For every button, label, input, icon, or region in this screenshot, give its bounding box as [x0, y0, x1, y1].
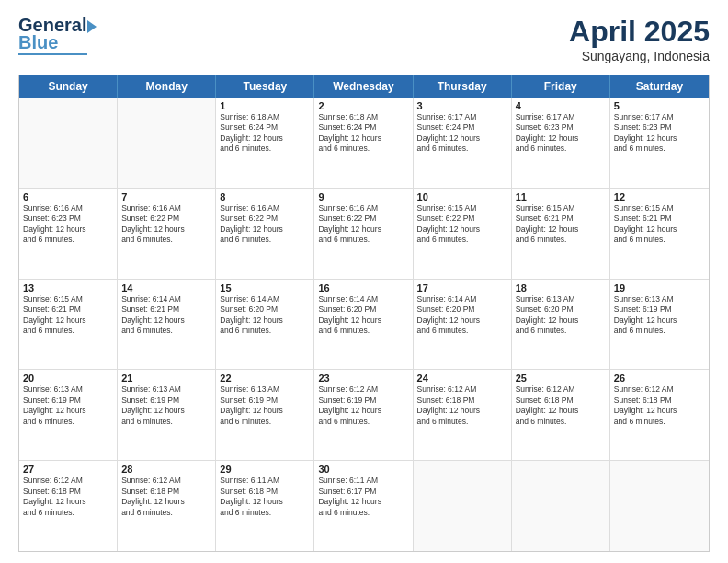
cell-info: Sunrise: 6:13 AM Sunset: 6:20 PM Dayligh…: [516, 294, 606, 337]
calendar-cell: 21Sunrise: 6:13 AM Sunset: 6:19 PM Dayli…: [118, 370, 216, 460]
calendar-cell: 18Sunrise: 6:13 AM Sunset: 6:20 PM Dayli…: [512, 280, 610, 370]
calendar-cell: [512, 461, 610, 551]
cell-info: Sunrise: 6:14 AM Sunset: 6:20 PM Dayligh…: [417, 294, 507, 337]
calendar-row-2: 13Sunrise: 6:15 AM Sunset: 6:21 PM Dayli…: [19, 280, 709, 371]
day-number: 3: [417, 100, 507, 111]
day-number: 29: [220, 464, 310, 475]
header-day-tuesday: Tuesday: [216, 75, 314, 98]
cell-info: Sunrise: 6:17 AM Sunset: 6:24 PM Dayligh…: [417, 112, 507, 155]
day-number: 28: [121, 464, 211, 475]
header-day-sunday: Sunday: [19, 75, 118, 98]
calendar-cell: 8Sunrise: 6:16 AM Sunset: 6:22 PM Daylig…: [216, 189, 314, 279]
calendar-cell: 26Sunrise: 6:12 AM Sunset: 6:18 PM Dayli…: [610, 370, 709, 460]
calendar-row-0: 1Sunrise: 6:18 AM Sunset: 6:24 PM Daylig…: [19, 98, 709, 189]
cell-info: Sunrise: 6:12 AM Sunset: 6:18 PM Dayligh…: [23, 476, 113, 518]
day-number: 16: [318, 282, 408, 293]
calendar-cell: 30Sunrise: 6:11 AM Sunset: 6:17 PM Dayli…: [314, 461, 413, 551]
day-number: 27: [23, 464, 113, 475]
calendar-cell: 6Sunrise: 6:16 AM Sunset: 6:23 PM Daylig…: [19, 189, 118, 279]
cell-info: Sunrise: 6:12 AM Sunset: 6:18 PM Dayligh…: [516, 385, 606, 427]
calendar-cell: 7Sunrise: 6:16 AM Sunset: 6:22 PM Daylig…: [118, 189, 216, 279]
day-number: 15: [220, 282, 310, 293]
day-number: 21: [121, 373, 211, 384]
header-day-wednesday: Wednesday: [314, 75, 413, 98]
day-number: 6: [23, 191, 113, 202]
day-number: 20: [23, 373, 113, 384]
cell-info: Sunrise: 6:12 AM Sunset: 6:18 PM Dayligh…: [614, 385, 705, 427]
cell-info: Sunrise: 6:12 AM Sunset: 6:19 PM Dayligh…: [318, 385, 408, 427]
cell-info: Sunrise: 6:12 AM Sunset: 6:18 PM Dayligh…: [121, 476, 211, 518]
calendar-cell: 24Sunrise: 6:12 AM Sunset: 6:18 PM Dayli…: [414, 370, 512, 460]
calendar-row-1: 6Sunrise: 6:16 AM Sunset: 6:23 PM Daylig…: [19, 189, 709, 280]
calendar-cell: 10Sunrise: 6:15 AM Sunset: 6:22 PM Dayli…: [414, 189, 512, 279]
cell-info: Sunrise: 6:15 AM Sunset: 6:22 PM Dayligh…: [417, 203, 507, 246]
cell-info: Sunrise: 6:18 AM Sunset: 6:24 PM Dayligh…: [318, 112, 408, 155]
calendar-header: SundayMondayTuesdayWednesdayThursdayFrid…: [19, 75, 709, 98]
calendar-cell: 25Sunrise: 6:12 AM Sunset: 6:18 PM Dayli…: [512, 370, 610, 460]
day-number: 26: [614, 373, 705, 384]
logo-arrow-icon: [87, 20, 97, 33]
cell-info: Sunrise: 6:11 AM Sunset: 6:18 PM Dayligh…: [220, 476, 310, 518]
calendar-cell: 20Sunrise: 6:13 AM Sunset: 6:19 PM Dayli…: [19, 370, 118, 460]
day-number: 19: [614, 282, 705, 293]
day-number: 14: [121, 282, 211, 293]
day-number: 30: [318, 464, 408, 475]
calendar-cell: 13Sunrise: 6:15 AM Sunset: 6:21 PM Dayli…: [19, 280, 118, 370]
logo-blue: Blue: [18, 33, 58, 52]
logo: General Blue: [18, 15, 97, 55]
calendar-row-3: 20Sunrise: 6:13 AM Sunset: 6:19 PM Dayli…: [19, 370, 709, 461]
day-number: 13: [23, 282, 113, 293]
calendar-cell: 28Sunrise: 6:12 AM Sunset: 6:18 PM Dayli…: [118, 461, 216, 551]
day-number: 24: [417, 373, 507, 384]
calendar-cell: [414, 461, 512, 551]
calendar-cell: [610, 461, 709, 551]
cell-info: Sunrise: 6:16 AM Sunset: 6:23 PM Dayligh…: [23, 203, 113, 246]
calendar-cell: 17Sunrise: 6:14 AM Sunset: 6:20 PM Dayli…: [414, 280, 512, 370]
cell-info: Sunrise: 6:11 AM Sunset: 6:17 PM Dayligh…: [318, 476, 408, 518]
cell-info: Sunrise: 6:13 AM Sunset: 6:19 PM Dayligh…: [23, 385, 113, 427]
location: Sungayang, Indonesia: [569, 49, 710, 63]
day-number: 18: [516, 282, 606, 293]
month-title: April 2025: [569, 15, 710, 49]
header: General Blue April 2025 Sungayang, Indon…: [18, 15, 710, 63]
day-number: 7: [121, 191, 211, 202]
calendar-cell: 22Sunrise: 6:13 AM Sunset: 6:19 PM Dayli…: [216, 370, 314, 460]
calendar-body: 1Sunrise: 6:18 AM Sunset: 6:24 PM Daylig…: [19, 98, 709, 551]
day-number: 5: [614, 100, 705, 111]
calendar-row-4: 27Sunrise: 6:12 AM Sunset: 6:18 PM Dayli…: [19, 461, 709, 551]
header-day-thursday: Thursday: [414, 75, 512, 98]
calendar-cell: 12Sunrise: 6:15 AM Sunset: 6:21 PM Dayli…: [610, 189, 709, 279]
calendar-cell: [19, 98, 118, 188]
cell-info: Sunrise: 6:13 AM Sunset: 6:19 PM Dayligh…: [220, 385, 310, 427]
cell-info: Sunrise: 6:15 AM Sunset: 6:21 PM Dayligh…: [516, 203, 606, 246]
calendar-cell: 3Sunrise: 6:17 AM Sunset: 6:24 PM Daylig…: [414, 98, 512, 188]
calendar-cell: 15Sunrise: 6:14 AM Sunset: 6:20 PM Dayli…: [216, 280, 314, 370]
day-number: 17: [417, 282, 507, 293]
calendar-cell: 4Sunrise: 6:17 AM Sunset: 6:23 PM Daylig…: [512, 98, 610, 188]
cell-info: Sunrise: 6:16 AM Sunset: 6:22 PM Dayligh…: [220, 203, 310, 246]
cell-info: Sunrise: 6:14 AM Sunset: 6:20 PM Dayligh…: [220, 294, 310, 337]
day-number: 22: [220, 373, 310, 384]
calendar-cell: 11Sunrise: 6:15 AM Sunset: 6:21 PM Dayli…: [512, 189, 610, 279]
day-number: 10: [417, 191, 507, 202]
header-day-monday: Monday: [118, 75, 216, 98]
cell-info: Sunrise: 6:14 AM Sunset: 6:21 PM Dayligh…: [121, 294, 211, 337]
cell-info: Sunrise: 6:17 AM Sunset: 6:23 PM Dayligh…: [516, 112, 606, 155]
day-number: 23: [318, 373, 408, 384]
day-number: 2: [318, 100, 408, 111]
day-number: 9: [318, 191, 408, 202]
calendar: SundayMondayTuesdayWednesdayThursdayFrid…: [18, 75, 710, 552]
header-day-friday: Friday: [512, 75, 610, 98]
cell-info: Sunrise: 6:12 AM Sunset: 6:18 PM Dayligh…: [417, 385, 507, 427]
header-day-saturday: Saturday: [610, 75, 709, 98]
calendar-cell: 29Sunrise: 6:11 AM Sunset: 6:18 PM Dayli…: [216, 461, 314, 551]
calendar-cell: 14Sunrise: 6:14 AM Sunset: 6:21 PM Dayli…: [118, 280, 216, 370]
calendar-cell: 9Sunrise: 6:16 AM Sunset: 6:22 PM Daylig…: [314, 189, 413, 279]
calendar-cell: 23Sunrise: 6:12 AM Sunset: 6:19 PM Dayli…: [314, 370, 413, 460]
cell-info: Sunrise: 6:16 AM Sunset: 6:22 PM Dayligh…: [318, 203, 408, 246]
calendar-cell: 1Sunrise: 6:18 AM Sunset: 6:24 PM Daylig…: [216, 98, 314, 188]
cell-info: Sunrise: 6:14 AM Sunset: 6:20 PM Dayligh…: [318, 294, 408, 337]
cell-info: Sunrise: 6:15 AM Sunset: 6:21 PM Dayligh…: [614, 203, 705, 246]
title-area: April 2025 Sungayang, Indonesia: [569, 15, 710, 63]
day-number: 8: [220, 191, 310, 202]
